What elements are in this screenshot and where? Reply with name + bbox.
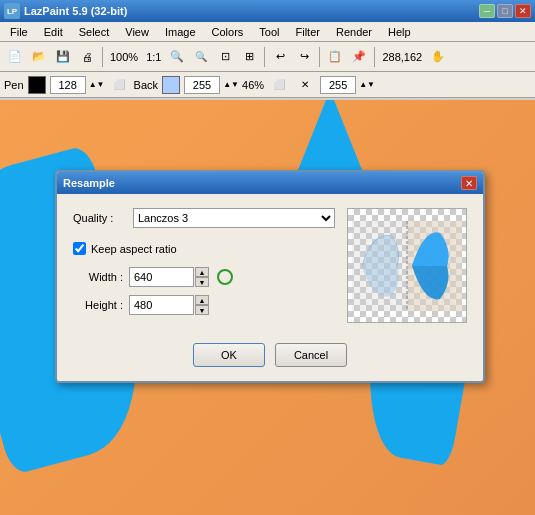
save-button[interactable]: 💾 [52, 46, 74, 68]
ok-button[interactable]: OK [193, 343, 265, 367]
menu-bar: File Edit Select View Image Colors Tool … [0, 22, 535, 42]
back-value-input[interactable] [184, 76, 220, 94]
dialog-left-panel: Quality : Lanczos 3 Lanczos 2 Bicubic Bi… [73, 208, 335, 323]
toolbar-sep-3 [319, 47, 320, 67]
title-bar: LP LazPaint 5.9 (32-bit) ─ □ ✕ [0, 0, 535, 22]
menu-render[interactable]: Render [328, 22, 380, 41]
width-input[interactable] [129, 267, 194, 287]
pen-size-stepper[interactable]: ▲▼ [90, 74, 104, 96]
back-stepper[interactable]: ▲▼ [224, 74, 238, 96]
right-value-input[interactable] [320, 76, 356, 94]
height-row: Height : ▲ ▼ [73, 295, 335, 315]
back-label: Back [134, 79, 158, 91]
preview-svg [352, 221, 462, 311]
title-bar-buttons: ─ □ ✕ [479, 4, 531, 18]
some-icon-1[interactable]: ⬜ [108, 74, 130, 96]
zoom-ratio: 1:1 [143, 51, 164, 63]
window-title: LazPaint 5.9 (32-bit) [24, 5, 479, 17]
cancel-button[interactable]: Cancel [275, 343, 347, 367]
pen-label: Pen [4, 79, 24, 91]
menu-file[interactable]: File [2, 22, 36, 41]
app-icon: LP [4, 3, 20, 19]
new-button[interactable]: 📄 [4, 46, 26, 68]
height-spin-up[interactable]: ▲ [195, 295, 209, 305]
quality-select[interactable]: Lanczos 3 Lanczos 2 Bicubic Bilinear Nea… [133, 208, 335, 228]
height-label: Height : [73, 299, 123, 311]
quality-row: Quality : Lanczos 3 Lanczos 2 Bicubic Bi… [73, 208, 335, 228]
tool-options-bar: Pen ▲▼ ⬜ Back ▲▼ 46% ⬜ ✕ ▲▼ [0, 72, 535, 98]
coordinates: 288,162 [379, 51, 425, 63]
redo-button[interactable]: ↪ [293, 46, 315, 68]
copy-button[interactable]: 📋 [324, 46, 346, 68]
toolbar-sep-2 [264, 47, 265, 67]
width-spinner: ▲ ▼ [195, 267, 209, 287]
dialog-title: Resample [63, 177, 461, 189]
menu-select[interactable]: Select [71, 22, 118, 41]
dialog-title-bar: Resample ✕ [57, 172, 483, 194]
back-color-swatch[interactable] [162, 76, 180, 94]
actual-size-button[interactable]: ⊞ [238, 46, 260, 68]
dialog-overlay: Resample ✕ Quality : Lanczos 3 Lanczos 2… [0, 100, 535, 515]
width-label: Width : [73, 271, 123, 283]
height-spinner: ▲ ▼ [195, 295, 209, 315]
zoom-level: 100% [107, 51, 141, 63]
preview-image [348, 209, 466, 322]
fit-button[interactable]: ⊡ [214, 46, 236, 68]
keep-aspect-ratio-checkbox[interactable] [73, 242, 86, 255]
hand-tool[interactable]: ✋ [427, 46, 449, 68]
dialog-close-button[interactable]: ✕ [461, 176, 477, 190]
right-stepper[interactable]: ▲▼ [360, 74, 374, 96]
resample-dialog: Resample ✕ Quality : Lanczos 3 Lanczos 2… [55, 170, 485, 383]
dialog-buttons: OK Cancel [57, 337, 483, 381]
menu-edit[interactable]: Edit [36, 22, 71, 41]
aspect-link-circle [217, 269, 233, 285]
width-spin-up[interactable]: ▲ [195, 267, 209, 277]
some-icon-2[interactable]: ✕ [294, 74, 316, 96]
quality-label: Quality : [73, 212, 133, 224]
dialog-body: Quality : Lanczos 3 Lanczos 2 Bicubic Bi… [57, 194, 483, 337]
dialog-preview-panel [347, 208, 467, 323]
maximize-button[interactable]: □ [497, 4, 513, 18]
toolbar-sep-4 [374, 47, 375, 67]
pen-color-swatch[interactable] [28, 76, 46, 94]
toolbar: 📄 📂 💾 🖨 100% 1:1 🔍 🔍 ⊡ ⊞ ↩ ↪ 📋 📌 288,162… [0, 42, 535, 72]
canvas-area: Resample ✕ Quality : Lanczos 3 Lanczos 2… [0, 100, 535, 515]
aspect-link-icon [215, 267, 235, 287]
height-spin-down[interactable]: ▼ [195, 305, 209, 315]
menu-view[interactable]: View [117, 22, 157, 41]
zoom-out-button[interactable]: 🔍 [190, 46, 212, 68]
open-button[interactable]: 📂 [28, 46, 50, 68]
zoom-in-button[interactable]: 🔍 [166, 46, 188, 68]
height-input[interactable] [129, 295, 194, 315]
menu-colors[interactable]: Colors [204, 22, 252, 41]
keep-aspect-ratio-label[interactable]: Keep aspect ratio [91, 243, 177, 255]
opacity-value: 46% [242, 79, 264, 91]
keep-aspect-ratio-row: Keep aspect ratio [73, 242, 335, 255]
pen-size-input[interactable] [50, 76, 86, 94]
minimize-button[interactable]: ─ [479, 4, 495, 18]
menu-help[interactable]: Help [380, 22, 419, 41]
paste-button[interactable]: 📌 [348, 46, 370, 68]
menu-tool[interactable]: Tool [251, 22, 287, 41]
undo-button[interactable]: ↩ [269, 46, 291, 68]
print-button[interactable]: 🖨 [76, 46, 98, 68]
toolbar-sep-1 [102, 47, 103, 67]
close-button[interactable]: ✕ [515, 4, 531, 18]
opacity-icon[interactable]: ⬜ [268, 74, 290, 96]
width-spin-down[interactable]: ▼ [195, 277, 209, 287]
width-row: Width : ▲ ▼ [73, 267, 335, 287]
menu-filter[interactable]: Filter [288, 22, 328, 41]
menu-image[interactable]: Image [157, 22, 204, 41]
